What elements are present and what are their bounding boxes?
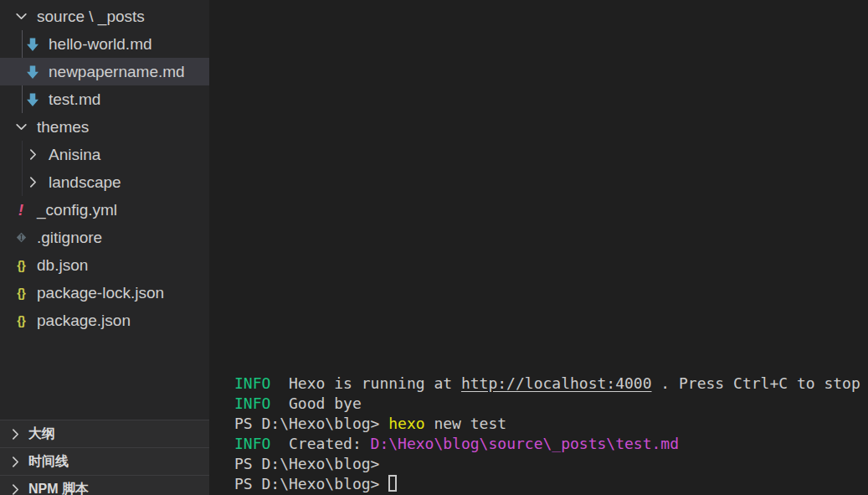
terminal-text: PS D:\Hexo\blog> <box>234 475 388 492</box>
tree-item-label: source \ _posts <box>37 8 145 26</box>
tree-item-label: Anisina <box>49 146 100 164</box>
terminal-cursor[interactable] <box>388 475 397 492</box>
sidebar-section-outline[interactable]: 大纲 <box>0 420 209 447</box>
terminal-text: INFO <box>234 374 270 392</box>
tree-item-label: newpapername.md <box>49 63 185 81</box>
tree-file-package-lock-json[interactable]: {}package-lock.json <box>0 279 209 307</box>
sidebar-section-timeline[interactable]: 时间线 <box>0 447 209 475</box>
json-icon: {} <box>12 284 30 302</box>
tree-item-label: test.md <box>49 90 100 109</box>
chevron-right-icon <box>23 173 42 192</box>
terminal-text: PS D:\Hexo\blog> <box>234 415 388 432</box>
tree-item-label: hello-world.md <box>49 35 152 54</box>
section-label: NPM 脚本 <box>28 481 89 495</box>
tree-folder-themes[interactable]: themes <box>0 113 209 141</box>
json-icon: {} <box>12 312 30 330</box>
tree-item-label: themes <box>37 118 89 137</box>
markdown-icon <box>23 35 42 54</box>
sidebar-sections: 大纲时间线NPM 脚本 <box>0 420 209 495</box>
tree-item-label: landscape <box>49 173 121 192</box>
tree-file-test-md[interactable]: test.md <box>0 85 209 113</box>
tree-file-package-json[interactable]: {}package.json <box>0 307 209 334</box>
chevron-down-icon <box>12 118 30 137</box>
terminal-text: INFO <box>234 435 270 452</box>
chevron-right-icon <box>23 146 42 164</box>
terminal-line: INFO Created: D:\Hexo\blog\source\_posts… <box>234 434 868 454</box>
terminal-panel[interactable]: INFO Hexo is running at http://localhost… <box>209 374 868 495</box>
tree-item-label: db.json <box>37 256 88 275</box>
section-label: 大纲 <box>28 425 55 443</box>
terminal-text: INFO <box>234 394 270 412</box>
tree-item-label: package.json <box>37 312 131 330</box>
terminal-text: PS D:\Hexo\blog> <box>234 455 379 472</box>
terminal-text: D:\Hexo\blog\source\_posts\test.md <box>371 435 679 452</box>
tree-file-hello-world-md[interactable]: hello-world.md <box>0 30 209 58</box>
terminal-text: Created: <box>270 435 370 452</box>
terminal-text: new test <box>425 415 507 432</box>
chevron-right-icon <box>7 452 23 471</box>
sidebar-section-npm-scripts[interactable]: NPM 脚本 <box>0 475 209 495</box>
terminal-line: PS D:\Hexo\blog> hexo new test <box>234 414 868 434</box>
tree-item-label: .gitignore <box>37 229 102 247</box>
json-icon: {} <box>12 256 30 275</box>
chevron-right-icon <box>7 480 23 495</box>
explorer-sidebar: source \ _postshello-world.mdnewpapernam… <box>0 0 209 495</box>
markdown-icon <box>23 90 42 109</box>
tree-file-newpapername-md[interactable]: newpapername.md <box>0 58 209 85</box>
terminal-link[interactable]: http://localhost:4000 <box>461 374 652 392</box>
chevron-down-icon <box>12 8 30 26</box>
section-label: 时间线 <box>28 453 69 471</box>
editor-area: INFO Hexo is running at http://localhost… <box>209 0 868 495</box>
terminal-line: INFO Hexo is running at http://localhost… <box>234 374 868 394</box>
tree-folder-landscape[interactable]: landscape <box>0 168 209 196</box>
terminal-text: . Press Ctrl+C to stop <box>652 374 860 392</box>
tree-item-label: _config.yml <box>37 201 117 219</box>
vscode-window: source \ _postshello-world.mdnewpapernam… <box>0 0 868 495</box>
tree-file-db-json[interactable]: {}db.json <box>0 251 209 279</box>
terminal-text: Hexo is running at <box>270 374 461 392</box>
tree-item-label: package-lock.json <box>37 284 164 302</box>
terminal-line: PS D:\Hexo\blog> <box>234 474 868 494</box>
markdown-icon <box>23 63 42 81</box>
terminal-line: PS D:\Hexo\blog> <box>234 454 868 474</box>
tree-folder-source-posts[interactable]: source \ _posts <box>0 3 209 30</box>
terminal-line: INFO Good bye <box>234 394 868 414</box>
tree-folder-anisina[interactable]: Anisina <box>0 141 209 168</box>
tree-file-gitignore[interactable]: .gitignore <box>0 224 209 251</box>
chevron-right-icon <box>7 425 23 443</box>
git-icon <box>12 229 30 247</box>
file-tree: source \ _postshello-world.mdnewpapernam… <box>0 3 209 334</box>
terminal-text: Good bye <box>270 394 361 412</box>
terminal-text: hexo <box>388 415 424 432</box>
tree-file-config-yml[interactable]: !_config.yml <box>0 196 209 224</box>
yml-icon: ! <box>12 201 30 219</box>
